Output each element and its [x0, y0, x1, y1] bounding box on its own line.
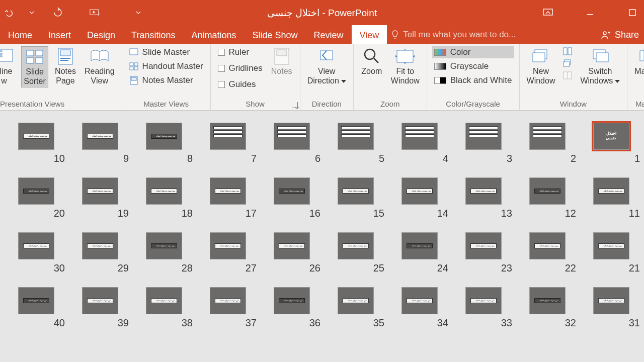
svg-rect-20	[134, 67, 138, 70]
switch-windows-button[interactable]: SwitchWindows	[578, 46, 622, 86]
repeat-button[interactable]	[52, 7, 63, 18]
tab-home[interactable]: Home	[0, 25, 40, 44]
slide-thumbnail[interactable]: متن نمونه محتوای اسلاید34	[387, 287, 451, 329]
slide-number: 14	[387, 205, 451, 219]
slide-sorter-button[interactable]: SlideSorter	[21, 46, 48, 87]
slide-thumbnail[interactable]: متن نمونه محتوای اسلاید17	[196, 177, 260, 219]
slide-thumbnail[interactable]: متن نمونه محتوای اسلاید35	[324, 287, 387, 329]
reading-view-button[interactable]: ReadingView	[83, 46, 117, 87]
slide-thumbnail[interactable]: متن نمونه محتوای اسلاید39	[68, 287, 132, 329]
slide-thumbnail[interactable]: متن نمونه محتوای اسلاید24	[387, 232, 451, 274]
slide-thumbnail[interactable]: متن نمونه محتوای اسلاید30	[4, 232, 68, 274]
slide-thumbnail[interactable]: متن نمونه محتوای اسلاید26	[260, 232, 324, 274]
slide-number: 3	[451, 150, 515, 164]
tab-transitions[interactable]: Transitions	[123, 25, 183, 44]
slide-thumbnail[interactable]: اختلال جنسی1	[579, 123, 643, 164]
notes-page-button[interactable]: NotesPage	[52, 46, 78, 87]
slide-thumbnail[interactable]: متن نمونه محتوای اسلاید21	[579, 232, 643, 274]
ruler-checkbox[interactable]: Ruler	[216, 46, 265, 58]
svg-rect-7	[0, 56, 2, 57]
slide-sorter-pane[interactable]: اختلال جنسی1234567متن نمونه محتوای اسلای…	[0, 111, 644, 362]
macros-button[interactable]: Macros	[632, 46, 644, 77]
svg-rect-29	[533, 53, 545, 62]
slide-thumbnail[interactable]: 2	[515, 123, 579, 164]
notes-button[interactable]: Notes	[269, 46, 295, 90]
slide-number: 9	[68, 150, 132, 164]
slide-thumbnail[interactable]: متن نمونه محتوای اسلاید12	[515, 177, 579, 219]
view-direction-button[interactable]: ViewDirection	[305, 46, 348, 86]
handout-master-button[interactable]: Handout Master	[127, 60, 205, 72]
slide-master-button[interactable]: Slide Master	[127, 46, 205, 58]
slide-thumbnail[interactable]: متن نمونه محتوای اسلاید9	[68, 123, 132, 164]
slide-thumbnail[interactable]: متن نمونه محتوای اسلاید29	[68, 232, 132, 274]
arrange-all-button[interactable]	[561, 46, 574, 56]
svg-rect-2	[629, 10, 635, 16]
tab-slide-show[interactable]: Slide Show	[245, 25, 306, 44]
slide-number: 21	[579, 259, 643, 274]
gridlines-checkbox[interactable]: Gridlines	[216, 62, 265, 74]
slide-thumbnail[interactable]: متن نمونه محتوای اسلاید33	[451, 287, 515, 329]
tab-design[interactable]: Design	[79, 25, 123, 44]
svg-rect-31	[568, 48, 572, 55]
group-label: Presentation Views	[0, 99, 117, 109]
slide-thumbnail[interactable]: متن نمونه محتوای اسلاید8	[132, 123, 196, 164]
slide-thumbnail[interactable]: 4	[387, 123, 451, 164]
dialog-launcher-icon[interactable]	[292, 102, 298, 108]
lightbulb-icon	[391, 30, 399, 40]
move-split-button[interactable]	[561, 70, 574, 80]
svg-rect-22	[131, 77, 136, 80]
slide-thumbnail[interactable]: 3	[451, 123, 515, 164]
tab-view[interactable]: View	[352, 25, 387, 44]
slide-thumbnail[interactable]: 5	[324, 123, 387, 164]
tab-insert[interactable]: Insert	[40, 25, 79, 44]
outline-view-button[interactable]: clinew	[0, 46, 17, 87]
slide-number: 1	[579, 150, 643, 164]
slide-number: 11	[579, 205, 643, 219]
color-button[interactable]: Color	[432, 46, 514, 58]
slide-thumbnail[interactable]: 6	[260, 123, 324, 164]
slide-thumbnail[interactable]: متن نمونه محتوای اسلاید40	[4, 287, 68, 329]
guides-checkbox[interactable]: Guides	[216, 78, 265, 90]
slide-thumbnail[interactable]: متن نمونه محتوای اسلاید16	[260, 177, 324, 219]
slide-thumbnail[interactable]: 7	[196, 123, 260, 164]
slide-thumbnail[interactable]: متن نمونه محتوای اسلاید23	[451, 232, 515, 274]
slide-thumbnail[interactable]: متن نمونه محتوای اسلاید20	[4, 177, 68, 219]
slide-thumbnail[interactable]: متن نمونه محتوای اسلاید19	[68, 177, 132, 219]
slide-thumbnail[interactable]: متن نمونه محتوای اسلاید36	[260, 287, 324, 329]
cascade-button[interactable]	[561, 58, 574, 68]
tell-me-search[interactable]: Tell me what you want to do...	[391, 25, 516, 44]
start-from-beginning-button[interactable]	[90, 7, 101, 18]
qat-dropdown-icon[interactable]	[26, 7, 37, 18]
black-and-white-button[interactable]: Black and White	[432, 74, 514, 86]
notes-master-button[interactable]: Notes Master	[127, 74, 205, 86]
slide-thumbnail[interactable]: متن نمونه محتوای اسلاید28	[132, 232, 196, 274]
slide-thumbnail[interactable]: متن نمونه محتوای اسلاید38	[132, 287, 196, 329]
slide-thumbnail[interactable]: متن نمونه محتوای اسلاید27	[196, 232, 260, 274]
slide-thumbnail[interactable]: متن نمونه محتوای اسلاید10	[4, 123, 68, 164]
zoom-button[interactable]: Zoom	[359, 46, 385, 86]
slide-thumbnail[interactable]: متن نمونه محتوای اسلاید14	[387, 177, 451, 219]
slide-thumbnail[interactable]: متن نمونه محتوای اسلاید25	[324, 232, 387, 274]
slide-thumbnail[interactable]: متن نمونه محتوای اسلاید11	[579, 177, 643, 219]
slide-number: 29	[68, 259, 132, 274]
tell-me-placeholder: Tell me what you want to do...	[403, 30, 516, 40]
new-window-button[interactable]: NewWindow	[525, 46, 557, 86]
fit-to-window-button[interactable]: Fit toWindow	[389, 46, 422, 86]
maximize-button[interactable]	[621, 0, 644, 25]
slide-thumbnail[interactable]: متن نمونه محتوای اسلاید15	[324, 177, 387, 219]
slide-thumbnail[interactable]: متن نمونه محتوای اسلاید22	[515, 232, 579, 274]
grayscale-button[interactable]: Grayscale	[432, 60, 514, 72]
slide-thumbnail[interactable]: متن نمونه محتوای اسلاید18	[132, 177, 196, 219]
qat-customize-icon[interactable]	[133, 7, 144, 18]
undo-button[interactable]	[3, 7, 14, 18]
share-button[interactable]: Share	[596, 25, 644, 44]
tab-review[interactable]: Review	[306, 25, 352, 44]
ribbon-display-options-icon[interactable]	[536, 0, 559, 25]
checkbox-icon	[218, 49, 225, 56]
slide-thumbnail[interactable]: متن نمونه محتوای اسلاید37	[196, 287, 260, 329]
tab-animations[interactable]: Animations	[183, 25, 244, 44]
slide-thumbnail[interactable]: متن نمونه محتوای اسلاید32	[515, 287, 579, 329]
slide-thumbnail[interactable]: متن نمونه محتوای اسلاید13	[451, 177, 515, 219]
slide-thumbnail[interactable]: متن نمونه محتوای اسلاید31	[579, 287, 643, 329]
minimize-button[interactable]	[579, 0, 602, 25]
